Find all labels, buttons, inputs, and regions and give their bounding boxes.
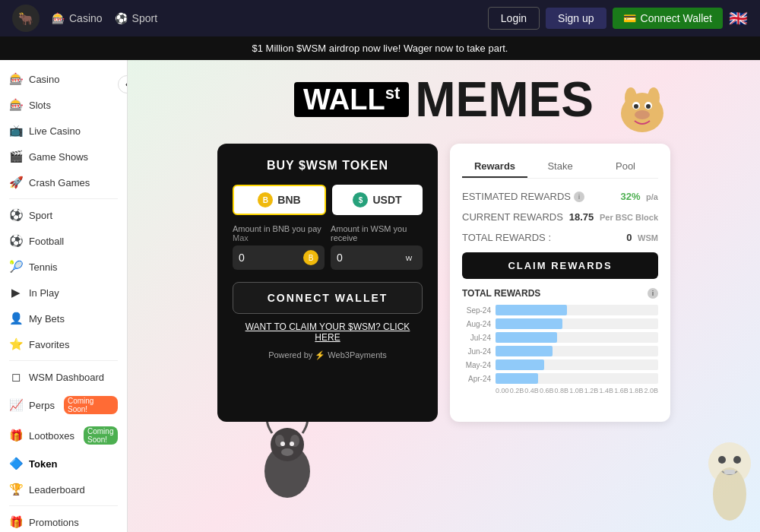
tab-rewards[interactable]: Rewards bbox=[462, 156, 527, 178]
bnb-amount-input[interactable] bbox=[239, 252, 300, 264]
perps-badge: Coming Soon! bbox=[64, 396, 118, 414]
logo-icon: 🐂 bbox=[12, 5, 40, 32]
sidebar-label: Token bbox=[29, 458, 57, 470]
estimated-info-icon[interactable]: i bbox=[574, 192, 584, 202]
tab-pool[interactable]: Pool bbox=[593, 156, 658, 178]
casino-icon: 🎰 bbox=[52, 12, 65, 24]
leaderboard-icon: 🏆 bbox=[9, 483, 23, 496]
chart-bar-label: Apr-24 bbox=[462, 375, 491, 383]
sidebar-label: In Play bbox=[29, 287, 59, 299]
bnb-icon: B bbox=[258, 192, 273, 207]
sidebar: ‹ 🎰 Casino 🎰 Slots 📺 Live Casino 🎬 Game … bbox=[0, 60, 128, 532]
max-label[interactable]: Max bbox=[233, 233, 249, 242]
wsm-sign: WALLst bbox=[294, 82, 409, 117]
sidebar-item-my-bets[interactable]: 👤 My Bets bbox=[0, 306, 127, 331]
svg-point-8 bbox=[281, 448, 293, 456]
chart-x-label: 0.4B bbox=[524, 387, 539, 394]
header: 🐂 🎰 Casino ⚽ Sport Login Sign up 💳 Conne… bbox=[0, 0, 760, 36]
claim-wsm-link[interactable]: WANT TO CLAIM YOUR $WSM? CLICK HERE bbox=[233, 321, 423, 343]
sidebar-divider-3 bbox=[9, 505, 118, 506]
sidebar-item-leaderboard[interactable]: 🏆 Leaderboard bbox=[0, 477, 127, 502]
rewards-tabs: Rewards Stake Pool bbox=[462, 156, 658, 179]
favorites-icon: ⭐ bbox=[9, 337, 23, 351]
casino-nav-button[interactable]: 🎰 Casino bbox=[52, 12, 103, 24]
sidebar-item-favorites[interactable]: ⭐ Favorites bbox=[0, 331, 127, 357]
sidebar-item-casino[interactable]: 🎰 Casino bbox=[0, 66, 127, 92]
casino-nav-label: Casino bbox=[69, 12, 103, 24]
bnb-amount-label: Amount in BNB you pay Max bbox=[233, 224, 325, 242]
signup-button[interactable]: Sign up bbox=[546, 8, 606, 29]
sport-nav-button[interactable]: ⚽ Sport bbox=[115, 12, 157, 24]
chart-bar-label: Jun-24 bbox=[462, 347, 491, 356]
connect-wallet-header-button[interactable]: 💳 Connect Wallet bbox=[613, 8, 723, 29]
sidebar-label: Lootboxes bbox=[29, 430, 74, 442]
wsm-token-input-icon: W bbox=[401, 250, 416, 265]
announcement-banner: $1 Million $WSM airdrop now live! Wager … bbox=[0, 36, 760, 60]
chart-x-label: 0.6B bbox=[540, 387, 554, 394]
sidebar-label: Football bbox=[29, 236, 64, 247]
sidebar-item-slots[interactable]: 🎰 Slots bbox=[0, 92, 127, 118]
login-button[interactable]: Login bbox=[488, 7, 540, 30]
sidebar-item-crash-games[interactable]: 🚀 Crash Games bbox=[0, 169, 127, 195]
sidebar-item-sport[interactable]: ⚽ Sport bbox=[0, 202, 127, 228]
svg-point-3 bbox=[271, 428, 304, 461]
bnb-token-button[interactable]: B BNB bbox=[233, 185, 326, 215]
doge-character bbox=[616, 83, 669, 136]
buy-card-title: BUY $WSM TOKEN bbox=[233, 159, 423, 173]
sidebar-item-perps[interactable]: 📈 Perps Coming Soon! bbox=[0, 390, 127, 420]
chart-x-label: 2.0B bbox=[644, 387, 658, 394]
sidebar-item-live-casino[interactable]: 📺 Live Casino bbox=[0, 118, 127, 144]
sidebar-label: Leaderboard bbox=[29, 484, 85, 496]
wsm-amount-input[interactable] bbox=[337, 252, 398, 264]
perps-icon: 📈 bbox=[9, 398, 23, 412]
svg-point-16 bbox=[646, 104, 651, 109]
game-shows-icon: 🎬 bbox=[9, 150, 23, 163]
sidebar-item-wsm-dashboard[interactable]: ◻ WSM Dashboard bbox=[0, 364, 127, 390]
sidebar-item-in-play[interactable]: ▶ In Play bbox=[0, 280, 127, 306]
claim-rewards-button[interactable]: CLAIM REWARDS bbox=[462, 252, 658, 279]
chart-bar-row: Aug-24 bbox=[462, 318, 658, 329]
chart-bar-fill bbox=[496, 318, 562, 329]
header-left: 🐂 🎰 Casino ⚽ Sport bbox=[12, 5, 157, 32]
total-rewards-info-icon[interactable]: i bbox=[648, 288, 658, 299]
sidebar-divider-2 bbox=[9, 360, 118, 361]
current-value: 18.75 Per BSC Block bbox=[569, 211, 658, 223]
language-flag[interactable]: 🇬🇧 bbox=[729, 9, 748, 27]
usdt-token-button[interactable]: $ USDT bbox=[332, 185, 423, 215]
chart-bar-background bbox=[496, 318, 658, 329]
svg-point-22 bbox=[718, 456, 726, 464]
total-rewards-row: TOTAL REWARDS : 0 WSM bbox=[462, 232, 658, 243]
live-casino-icon: 📺 bbox=[9, 124, 23, 138]
chart-bar-fill bbox=[496, 332, 557, 343]
sidebar-item-football[interactable]: ⚽ Football bbox=[0, 228, 127, 254]
total-label: TOTAL REWARDS : bbox=[462, 232, 551, 243]
tennis-icon: 🎾 bbox=[9, 260, 23, 274]
svg-point-17 bbox=[635, 110, 650, 119]
estimated-label: ESTIMATED REWARDS i bbox=[462, 191, 584, 202]
sidebar-item-promotions[interactable]: 🎁 Promotions bbox=[0, 509, 127, 532]
sidebar-label: Perps bbox=[29, 400, 55, 411]
sidebar-label: Favorites bbox=[29, 339, 69, 350]
sidebar-label: Tennis bbox=[29, 261, 58, 273]
sidebar-item-lootboxes[interactable]: 🎁 Lootboxes Coming Soon! bbox=[0, 420, 127, 451]
powered-by-text: Powered by bbox=[268, 350, 312, 359]
wsm-input-wrapper: W bbox=[331, 245, 423, 270]
total-rewards-chart-header: TOTAL REWARDS i bbox=[462, 288, 658, 299]
chart-bar-background bbox=[496, 332, 658, 343]
estimated-rewards-row: ESTIMATED REWARDS i 32% p/a bbox=[462, 191, 658, 202]
chart-bar-background bbox=[496, 346, 658, 356]
amount-labels: Amount in BNB you pay Max Amount in WSM … bbox=[233, 224, 423, 242]
chart-bar-label: Sep-24 bbox=[462, 306, 491, 315]
tab-stake[interactable]: Stake bbox=[527, 156, 593, 178]
connect-wallet-card-button[interactable]: CONNECT WALLET bbox=[233, 282, 423, 314]
sidebar-divider-1 bbox=[9, 198, 118, 199]
sidebar-item-token[interactable]: 🔷 Token bbox=[0, 451, 127, 477]
chart-x-label: 1.8B bbox=[629, 387, 644, 394]
sidebar-item-game-shows[interactable]: 🎬 Game Shows bbox=[0, 144, 127, 169]
token-icon: 🔷 bbox=[9, 457, 23, 470]
chart-bar-row: Sep-24 bbox=[462, 305, 658, 315]
svg-text:W: W bbox=[406, 255, 413, 262]
chart-bar-label: Jul-24 bbox=[462, 334, 491, 342]
sidebar-item-tennis[interactable]: 🎾 Tennis bbox=[0, 254, 127, 280]
chart-x-label: 0.8B bbox=[555, 387, 569, 394]
